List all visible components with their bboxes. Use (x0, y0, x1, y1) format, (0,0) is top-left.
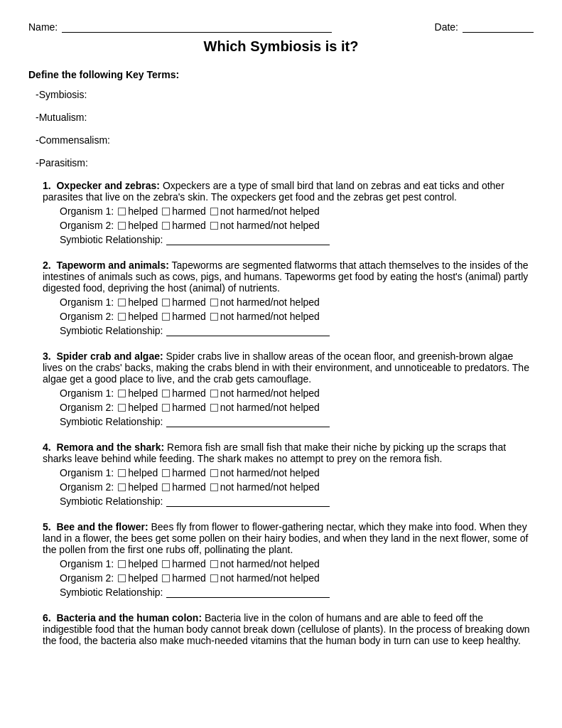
q5-symbiotic-label: Symbiotic Relationship: (60, 587, 163, 598)
q5-org2-harmed-check[interactable]: harmed (162, 572, 205, 584)
q4-number: 4. (43, 441, 51, 453)
q3-org1-helped-check[interactable]: helped (118, 387, 158, 399)
q3-org1-notharmed-check[interactable]: not harmed/not helped (210, 387, 320, 399)
q3-org2-label: Organism 2: (60, 402, 114, 413)
q1-org1-label: Organism 1: (60, 205, 114, 217)
q1-symbiotic-row: Symbiotic Relationship: (60, 234, 534, 245)
key-terms-heading: Define the following Key Terms: (28, 69, 534, 80)
q4-org1-notharmed-check[interactable]: not harmed/not helped (210, 467, 320, 478)
key-terms-section: Define the following Key Terms: -Symbios… (28, 69, 534, 168)
q1-org2-notharmed-check[interactable]: not harmed/not helped (210, 220, 320, 231)
q5-org2-helped-check[interactable]: helped (118, 572, 158, 584)
q4-org1-helped-check[interactable]: helped (118, 467, 158, 478)
q5-symbiotic-row: Symbiotic Relationship: (60, 587, 534, 598)
question-4: 4. Remora and the shark: Remora fish are… (43, 441, 534, 507)
q2-org1-harmed-check[interactable]: harmed (162, 296, 205, 308)
q3-symbiotic-label: Symbiotic Relationship: (60, 416, 163, 427)
q2-org1-helped-check[interactable]: helped (118, 296, 158, 308)
q5-title: Bee and the flower: (56, 521, 148, 532)
name-label: Name: (28, 21, 58, 33)
question-6: 6. Bacteria and the human colon: Bacteri… (43, 612, 534, 646)
date-input[interactable] (463, 32, 534, 33)
q1-org2-harmed-check[interactable]: harmed (162, 220, 205, 231)
term-mutualism: -Mutualism: (36, 112, 534, 123)
q2-org2-notharmed-check[interactable]: not harmed/not helped (210, 311, 320, 322)
q1-number: 1. (43, 180, 51, 191)
q3-org1-harmed-check[interactable]: harmed (162, 387, 205, 399)
q4-symbiotic-input[interactable] (166, 506, 330, 507)
q5-org2-notharmed-check[interactable]: not harmed/not helped (210, 572, 320, 584)
date-label: Date: (435, 21, 458, 33)
q2-org2-helped-check[interactable]: helped (118, 311, 158, 322)
q6-title: Bacteria and the human colon: (56, 612, 202, 623)
q3-org2-notharmed-check[interactable]: not harmed/not helped (210, 402, 320, 413)
question-5: 5. Bee and the flower: Bees fly from flo… (43, 521, 534, 598)
q2-org1-label: Organism 1: (60, 296, 114, 308)
q2-symbiotic-label: Symbiotic Relationship: (60, 325, 163, 336)
q1-organism2-row: Organism 2: helped harmed not harmed/not… (60, 220, 534, 231)
question-2: 2. Tapeworm and animals: Tapeworms are s… (43, 259, 534, 336)
q1-organism1-row: Organism 1: helped harmed not harmed/not… (60, 205, 534, 217)
q5-number: 5. (43, 521, 51, 532)
questions-list: 1. Oxpecker and zebras: Oxpeckers are a … (43, 180, 534, 646)
q4-organism2-row: Organism 2: helped harmed not harmed/not… (60, 481, 534, 493)
q5-org1-notharmed-check[interactable]: not harmed/not helped (210, 558, 320, 569)
name-input[interactable] (62, 32, 332, 33)
q4-title: Remora and the shark: (56, 441, 164, 453)
q3-title: Spider crab and algae: (56, 350, 163, 362)
q4-org2-harmed-check[interactable]: harmed (162, 481, 205, 493)
q1-title: Oxpecker and zebras: (56, 180, 160, 191)
q3-symbiotic-input[interactable] (166, 427, 330, 427)
q1-symbiotic-label: Symbiotic Relationship: (60, 234, 163, 245)
q3-organism1-row: Organism 1: helped harmed not harmed/not… (60, 387, 534, 399)
q1-org1-helped-check[interactable]: helped (118, 205, 158, 217)
question-3: 3. Spider crab and algae: Spider crabs l… (43, 350, 534, 427)
q1-org1-harmed-check[interactable]: harmed (162, 205, 205, 217)
q5-org1-helped-check[interactable]: helped (118, 558, 158, 569)
q3-org2-helped-check[interactable]: helped (118, 402, 158, 413)
q1-symbiotic-input[interactable] (166, 245, 330, 245)
q1-org2-helped-check[interactable]: helped (118, 220, 158, 231)
q6-number: 6. (43, 612, 51, 623)
q5-organism2-row: Organism 2: helped harmed not harmed/not… (60, 572, 534, 584)
q2-number: 2. (43, 259, 51, 271)
q4-organism1-row: Organism 1: helped harmed not harmed/not… (60, 467, 534, 478)
q2-org2-label: Organism 2: (60, 311, 114, 322)
q4-org2-helped-check[interactable]: helped (118, 481, 158, 493)
q4-symbiotic-row: Symbiotic Relationship: (60, 496, 534, 507)
q2-symbiotic-row: Symbiotic Relationship: (60, 325, 534, 336)
q3-org2-harmed-check[interactable]: harmed (162, 402, 205, 413)
q2-org2-harmed-check[interactable]: harmed (162, 311, 205, 322)
q4-org1-label: Organism 1: (60, 467, 114, 478)
q5-org1-label: Organism 1: (60, 558, 114, 569)
q3-organism2-row: Organism 2: helped harmed not harmed/not… (60, 402, 534, 413)
term-commensalism: -Commensalism: (36, 134, 534, 146)
page-title: Which Symbiosis is it? (28, 38, 534, 55)
term-symbiosis: -Symbiosis: (36, 89, 534, 100)
q4-symbiotic-label: Symbiotic Relationship: (60, 496, 163, 507)
q2-org1-notharmed-check[interactable]: not harmed/not helped (210, 296, 320, 308)
q3-symbiotic-row: Symbiotic Relationship: (60, 416, 534, 427)
q4-org2-label: Organism 2: (60, 481, 114, 493)
q5-org2-label: Organism 2: (60, 572, 114, 584)
q3-number: 3. (43, 350, 51, 362)
q1-org2-label: Organism 2: (60, 220, 114, 231)
term-parasitism: -Parasitism: (36, 157, 534, 168)
q4-org1-harmed-check[interactable]: harmed (162, 467, 205, 478)
q5-symbiotic-input[interactable] (166, 597, 330, 598)
q2-organism1-row: Organism 1: helped harmed not harmed/not… (60, 296, 534, 308)
question-1: 1. Oxpecker and zebras: Oxpeckers are a … (43, 180, 534, 245)
q1-org1-notharmed-check[interactable]: not harmed/not helped (210, 205, 320, 217)
q2-organism2-row: Organism 2: helped harmed not harmed/not… (60, 311, 534, 322)
q4-org2-notharmed-check[interactable]: not harmed/not helped (210, 481, 320, 493)
q5-org1-harmed-check[interactable]: harmed (162, 558, 205, 569)
q5-organism1-row: Organism 1: helped harmed not harmed/not… (60, 558, 534, 569)
q2-title: Tapeworm and animals: (56, 259, 168, 271)
q3-org1-label: Organism 1: (60, 387, 114, 399)
q2-symbiotic-input[interactable] (166, 336, 330, 336)
